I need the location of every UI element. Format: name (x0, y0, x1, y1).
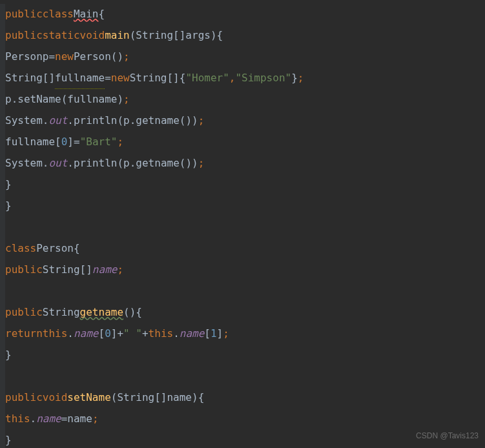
number-0: 0 (61, 132, 68, 153)
keyword-public: public (5, 387, 43, 409)
type-person: Person (5, 46, 43, 68)
field-out: out (48, 153, 67, 174)
class-system: System (5, 153, 43, 174)
number-1: 1 (211, 323, 217, 345)
brace: } (5, 430, 12, 448)
string-space: " " (123, 323, 142, 345)
brace: } (5, 196, 12, 217)
code-line: public class Main { (0, 4, 485, 25)
keyword-this: this (5, 409, 30, 430)
method-setname: setName (17, 89, 61, 110)
method-setname: setName (67, 387, 110, 409)
code-line: fullname[0]="Bart"; (0, 132, 485, 153)
type-string: String (117, 387, 154, 409)
method-getname: getname (136, 110, 179, 132)
code-line: System.out.println(p.getname()); (0, 110, 485, 132)
brace: { (99, 4, 105, 25)
class-system: System (5, 110, 43, 132)
field-name: name (74, 323, 99, 345)
code-line-empty (0, 217, 485, 238)
code-line: } (0, 345, 485, 366)
var-p: p (5, 89, 12, 110)
code-line: System.out.println(p.getname()); (0, 153, 485, 174)
class-person: Person (36, 238, 74, 260)
code-line: } (0, 196, 485, 217)
keyword-public: public (5, 4, 43, 25)
code-line: public void setName(String[] name) { (0, 387, 485, 409)
var-fullname: fullname (55, 68, 105, 90)
code-line-empty (0, 366, 485, 387)
keyword-new: new (55, 46, 74, 68)
code-line: class Person { (0, 238, 485, 260)
code-line: public String[] name; (0, 260, 485, 281)
keyword-void: void (43, 387, 68, 409)
type-string: String (5, 68, 43, 89)
method-println: println (74, 153, 117, 174)
code-line-empty (0, 281, 485, 302)
code-line: this.name = name; (0, 409, 485, 430)
keyword-void: void (80, 25, 105, 46)
keyword-class: class (43, 4, 74, 25)
var-p: p (43, 46, 49, 68)
code-line: } (0, 430, 485, 448)
param-args: args (185, 25, 211, 46)
code-editor: public class Main { public static void m… (0, 4, 485, 448)
ctor-person: Person (74, 46, 111, 68)
code-line: return this.name[0] + " " + this.name[1]… (0, 323, 485, 345)
string-homer: "Homer" (185, 68, 229, 89)
brace: } (5, 174, 12, 196)
code-line: String[] fullname = new String[]{"Homer"… (0, 68, 485, 89)
param-name: name (167, 387, 192, 409)
class-main: Main (74, 4, 99, 25)
keyword-public: public (5, 25, 43, 46)
type-string: String (43, 260, 80, 281)
keyword-static: static (43, 25, 80, 46)
type-string: String (136, 25, 173, 46)
field-out: out (48, 110, 67, 132)
brace: } (5, 345, 12, 366)
keyword-new: new (111, 68, 130, 89)
code-line: } (0, 174, 485, 196)
method-getname: getname (136, 153, 179, 174)
code-line: p.setName(fullname); (0, 89, 485, 110)
string-bart: "Bart" (80, 132, 118, 153)
field-name: name (92, 260, 118, 281)
field-name: name (36, 409, 61, 430)
watermark: CSDN @Tavis123 (416, 428, 479, 444)
method-println: println (74, 110, 117, 132)
keyword-class: class (5, 238, 36, 260)
code-line: Person p = new Person(); (0, 46, 485, 68)
method-getname: getname (80, 302, 123, 323)
type-string: String (43, 302, 80, 323)
code-line: public String getname() { (0, 302, 485, 323)
keyword-this: this (43, 323, 68, 345)
var-name: name (67, 409, 92, 430)
field-name: name (180, 323, 205, 345)
string-simpson: "Simpson" (235, 68, 291, 89)
number-0: 0 (105, 323, 111, 345)
code-line: public static void main(String[] args) { (0, 25, 485, 46)
keyword-this: this (149, 323, 174, 345)
keyword-return: return (5, 323, 43, 345)
var-fullname: fullname (5, 132, 55, 153)
method-main: main (105, 25, 130, 46)
keyword-public: public (5, 302, 43, 323)
keyword-public: public (5, 260, 43, 281)
